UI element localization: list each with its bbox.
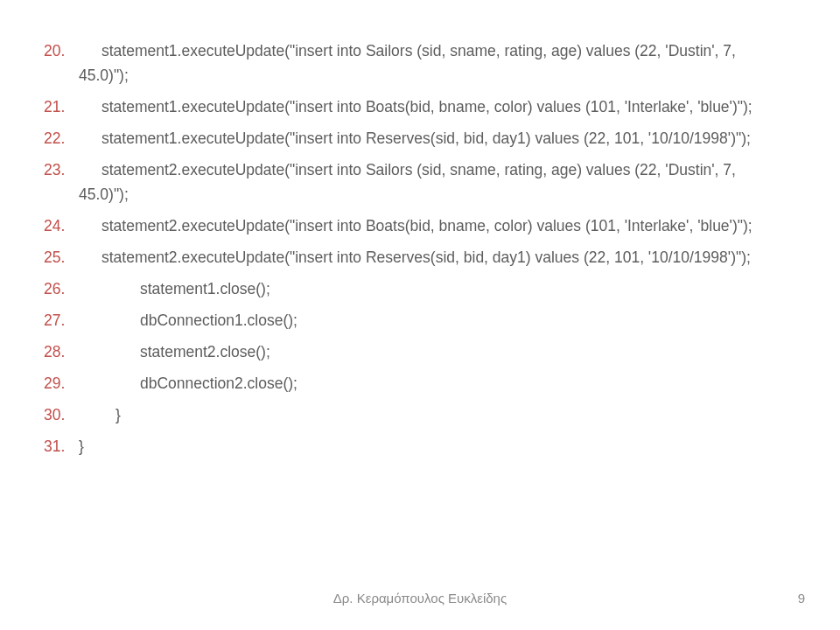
line-text: statement2.close(); (79, 340, 782, 364)
code-line: 23.statement2.executeUpdate("insert into… (44, 158, 782, 206)
line-number: 31. (44, 434, 79, 458)
code-line: 29.dbConnection2.close(); (44, 371, 782, 396)
line-number: 22. (44, 126, 79, 150)
code-line: 28.statement2.close(); (44, 340, 782, 364)
line-text: dbConnection2.close(); (79, 371, 782, 396)
line-number: 21. (44, 94, 79, 119)
line-number: 24. (44, 214, 79, 238)
line-text: statement2.executeUpdate("insert into Sa… (79, 158, 782, 206)
code-line: 24.statement2.executeUpdate("insert into… (44, 214, 782, 238)
line-text: statement1.executeUpdate("insert into Re… (79, 126, 782, 150)
page-number: 9 (798, 591, 805, 606)
line-text: statement1.executeUpdate("insert into Bo… (79, 94, 782, 119)
footer-author: Δρ. Κεραμόπουλος Ευκλείδης (0, 591, 840, 606)
code-line: 31.} (44, 434, 782, 458)
line-number: 27. (44, 308, 79, 332)
line-number: 28. (44, 340, 79, 364)
line-text: statement1.executeUpdate("insert into Sa… (79, 38, 782, 88)
line-number: 20. (44, 38, 79, 63)
code-line: 22.statement1.executeUpdate("insert into… (44, 126, 782, 150)
line-text: } (79, 434, 782, 458)
code-line: 20.statement1.executeUpdate("insert into… (44, 38, 782, 88)
code-line: 27.dbConnection1.close(); (44, 308, 782, 332)
line-text: statement2.executeUpdate("insert into Bo… (79, 214, 782, 238)
code-line: 25.statement2.executeUpdate("insert into… (44, 245, 782, 270)
line-number: 30. (44, 402, 79, 427)
line-number: 25. (44, 245, 79, 270)
code-line: 26.statement1.close(); (44, 276, 782, 301)
line-number: 26. (44, 276, 79, 301)
line-number: 29. (44, 371, 79, 396)
line-text: } (79, 402, 782, 427)
code-line: 30.} (44, 402, 782, 427)
code-line: 21.statement1.executeUpdate("insert into… (44, 94, 782, 119)
line-number: 23. (44, 158, 79, 182)
line-text: statement2.executeUpdate("insert into Re… (79, 245, 782, 270)
line-text: statement1.close(); (79, 276, 782, 301)
code-listing: 20.statement1.executeUpdate("insert into… (0, 0, 840, 458)
line-text: dbConnection1.close(); (79, 308, 782, 332)
